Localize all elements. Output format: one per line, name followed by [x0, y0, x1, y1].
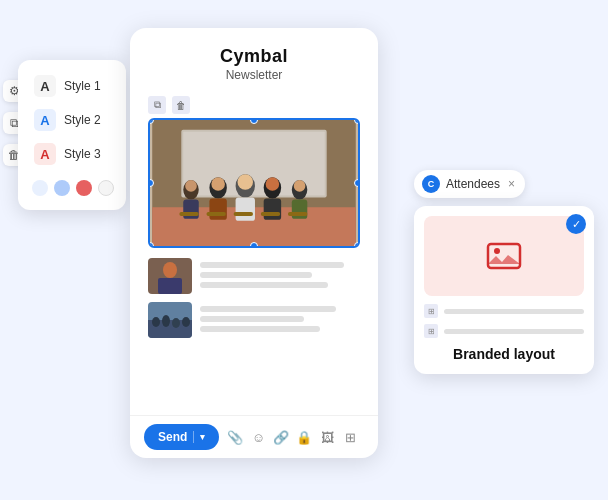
- svg-rect-17: [292, 199, 308, 218]
- thumb-lines-2: [200, 302, 360, 332]
- svg-rect-14: [264, 199, 281, 220]
- svg-rect-22: [261, 212, 280, 216]
- style-panel: A Style 1 A Style 2 A Style 3: [18, 60, 126, 210]
- style-item-2[interactable]: A Style 2: [28, 104, 116, 136]
- mini-row-2: ⊞: [424, 324, 584, 338]
- branded-layout-card[interactable]: ✓ ⊞ ⊞ Branded layout: [414, 206, 594, 374]
- svg-point-32: [182, 317, 190, 327]
- grid-icon[interactable]: ⊞: [342, 429, 358, 445]
- image-toolbar: ⧉ 🗑: [148, 96, 360, 114]
- mini-row-1: ⊞: [424, 304, 584, 318]
- thumb-image-2: [148, 302, 192, 338]
- attendees-close-icon[interactable]: ×: [508, 177, 515, 191]
- attendees-label: Attendees: [446, 177, 500, 191]
- svg-point-9: [211, 177, 225, 191]
- mini-rows: ⊞ ⊞: [414, 304, 594, 338]
- send-caret-icon: ▾: [200, 432, 205, 442]
- newsletter-card: Cymbal Newsletter ⧉ 🗑: [130, 28, 378, 458]
- svg-rect-5: [183, 199, 199, 218]
- svg-point-12: [238, 174, 254, 190]
- image-insert-icon[interactable]: 🖼: [319, 429, 335, 445]
- send-button[interactable]: Send ▾: [144, 424, 219, 450]
- thumb-image-1: [148, 258, 192, 294]
- swatch-blue-light[interactable]: [32, 180, 48, 196]
- svg-rect-21: [234, 212, 253, 216]
- style-item-3[interactable]: A Style 3: [28, 138, 116, 170]
- svg-point-15: [266, 177, 280, 191]
- svg-rect-8: [209, 199, 226, 220]
- svg-point-34: [494, 248, 500, 254]
- svg-rect-33: [488, 244, 520, 268]
- thumb-item-1: [148, 258, 360, 294]
- svg-point-6: [185, 180, 197, 192]
- newsletter-body: ⧉ 🗑: [130, 86, 378, 415]
- svg-point-29: [152, 317, 160, 327]
- newsletter-subtitle: Newsletter: [220, 68, 288, 82]
- handle-br[interactable]: [354, 242, 360, 248]
- style-item-1[interactable]: A Style 1: [28, 70, 116, 102]
- style-label-2: Style 2: [64, 113, 101, 127]
- svg-rect-11: [236, 198, 255, 221]
- branded-image-icon: [486, 238, 522, 274]
- branded-preview: [424, 216, 584, 296]
- style-letter-1: A: [34, 75, 56, 97]
- line-1: [200, 262, 344, 268]
- line-4: [200, 306, 336, 312]
- attendees-dot: C: [422, 175, 440, 193]
- attendees-tag[interactable]: C Attendees ×: [414, 170, 525, 198]
- style-label-3: Style 3: [64, 147, 101, 161]
- img-toolbar-copy-icon[interactable]: ⧉: [148, 96, 166, 114]
- link-icon[interactable]: 🔗: [273, 429, 289, 445]
- send-divider: [193, 431, 194, 443]
- send-label: Send: [158, 430, 187, 444]
- line-6: [200, 326, 320, 332]
- handle-bl[interactable]: [148, 242, 154, 248]
- svg-point-18: [294, 180, 306, 192]
- svg-rect-20: [207, 212, 226, 216]
- branded-layout-label: Branded layout: [414, 338, 594, 362]
- svg-point-30: [162, 315, 170, 327]
- line-5: [200, 316, 304, 322]
- svg-rect-19: [179, 212, 198, 216]
- svg-point-31: [172, 318, 180, 328]
- lock-icon[interactable]: 🔒: [296, 429, 312, 445]
- handle-mr[interactable]: [354, 179, 360, 187]
- color-swatches: [28, 180, 116, 196]
- right-panel: C Attendees × ✓ ⊞ ⊞ Branded la: [414, 170, 594, 374]
- swatch-blue[interactable]: [54, 180, 70, 196]
- style-letter-3: A: [34, 143, 56, 165]
- handle-bc[interactable]: [250, 242, 258, 248]
- attachment-icon[interactable]: 📎: [227, 429, 243, 445]
- line-3: [200, 282, 328, 288]
- style-letter-2: A: [34, 109, 56, 131]
- style-label-1: Style 1: [64, 79, 101, 93]
- emoji-icon[interactable]: ☺: [250, 429, 266, 445]
- bottom-toolbar: Send ▾ 📎 ☺ 🔗 🔒 🖼 ⊞: [130, 415, 378, 458]
- img-toolbar-trash-icon[interactable]: 🗑: [172, 96, 190, 114]
- svg-rect-23: [288, 212, 307, 216]
- main-image-container[interactable]: [148, 118, 360, 248]
- swatch-red[interactable]: [76, 180, 92, 196]
- mini-line-1: [444, 309, 584, 314]
- mini-icon-2: ⊞: [424, 324, 438, 338]
- toolbar-icons: 📎 ☺ 🔗 🔒 🖼 ⊞: [227, 429, 358, 445]
- handle-tr[interactable]: [354, 118, 360, 124]
- thumb-item-2: [148, 302, 360, 338]
- line-2: [200, 272, 312, 278]
- swatch-light[interactable]: [98, 180, 114, 196]
- mini-icon-1: ⊞: [424, 304, 438, 318]
- svg-rect-26: [158, 278, 182, 294]
- newsletter-header: Cymbal Newsletter: [220, 28, 288, 86]
- svg-point-25: [163, 262, 177, 278]
- newsletter-title: Cymbal: [220, 46, 288, 67]
- thumb-lines-1: [200, 258, 360, 288]
- mini-line-2: [444, 329, 584, 334]
- branded-check-icon: ✓: [566, 214, 586, 234]
